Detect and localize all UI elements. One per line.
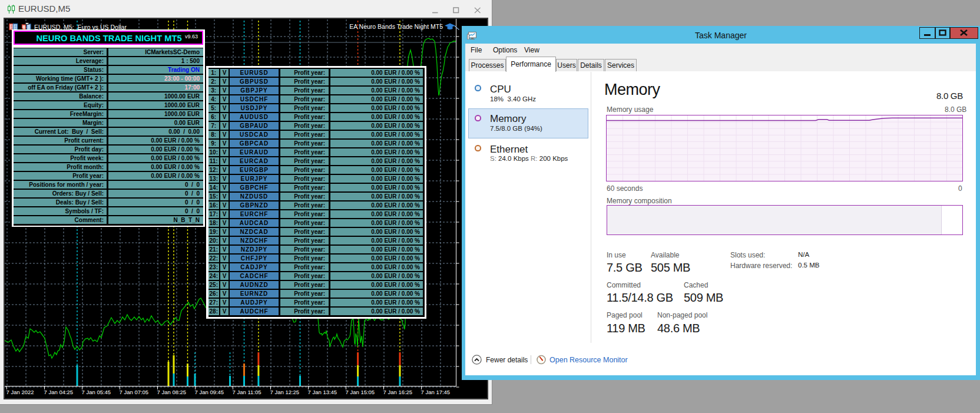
svg-text:7 Jan 13:45: 7 Jan 13:45 [308,389,337,395]
svg-text:7 Jan 07:05: 7 Jan 07:05 [120,389,149,395]
svg-text:7 Jan 11:05: 7 Jan 11:05 [233,389,261,395]
svg-text:7 Jan 12:25: 7 Jan 12:25 [270,389,300,395]
svg-text:7 Jan 09:45: 7 Jan 09:45 [195,389,224,395]
svg-text:7 Jan 05:45: 7 Jan 05:45 [82,389,111,395]
svg-text:7 Jan 2022: 7 Jan 2022 [6,389,34,395]
svg-text:7 Jan 17:45: 7 Jan 17:45 [421,389,451,395]
svg-text:7 Jan 04:25: 7 Jan 04:25 [44,389,74,395]
svg-text:7 Jan 16:25: 7 Jan 16:25 [383,389,413,395]
svg-text:7 Jan 15:05: 7 Jan 15:05 [346,389,375,395]
svg-text:7 Jan 08:25: 7 Jan 08:25 [157,389,187,395]
svg-text:EA Neuro Bands Trade Night MT5: EA Neuro Bands Trade Night MT5 [349,23,443,30]
